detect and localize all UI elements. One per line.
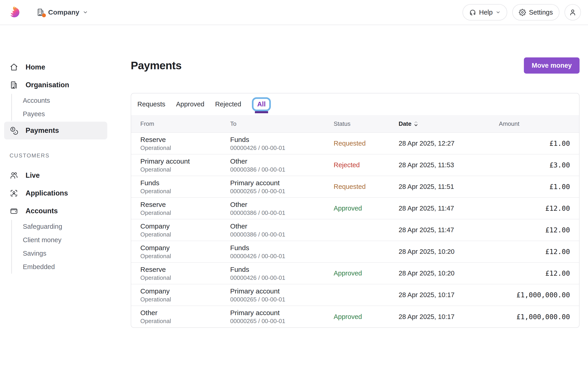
- payment-amount: £1.00: [549, 140, 570, 147]
- table-row[interactable]: CompanyOperational Other00000386 / 00-00…: [131, 219, 579, 241]
- from-account: Other: [140, 309, 230, 317]
- table-row[interactable]: CompanyOperational Primary account000002…: [131, 284, 579, 306]
- payment-date: 28 Apr 2025, 11:47: [399, 205, 454, 212]
- table-row[interactable]: OtherOperational Primary account00000265…: [131, 306, 579, 327]
- help-button[interactable]: Help: [463, 4, 508, 21]
- sub-item-label: Safeguarding: [23, 223, 62, 230]
- status-text: Approved: [334, 205, 362, 212]
- sidebar-item-embedded[interactable]: Embedded: [23, 260, 107, 274]
- payment-amount: £12.00: [545, 226, 570, 234]
- from-account-type: Operational: [140, 317, 230, 325]
- sidebar-item-payees[interactable]: Payees: [23, 107, 107, 121]
- two-people-icon: [10, 171, 18, 180]
- tab-all[interactable]: All: [252, 97, 271, 111]
- column-header-to: To: [230, 115, 334, 133]
- table-row[interactable]: ReserveOperational Other00000386 / 00-00…: [131, 197, 579, 219]
- to-account-number: 00000265 / 00-00-01: [230, 296, 334, 303]
- table-row[interactable]: Primary accountOperational Other00000386…: [131, 154, 579, 176]
- page-title: Payments: [131, 59, 182, 72]
- payments-tabs: Requests Approved Rejected All: [131, 93, 579, 115]
- settings-button[interactable]: Settings: [512, 4, 559, 21]
- column-header-from: From: [131, 115, 230, 133]
- tab-rejected[interactable]: Rejected: [215, 100, 241, 108]
- status-text: Requested: [334, 183, 365, 190]
- chevron-down-icon: [83, 10, 88, 15]
- tab-approved[interactable]: Approved: [176, 100, 204, 108]
- payment-amount: £12.00: [545, 248, 570, 256]
- griffin-logo-icon[interactable]: [8, 6, 21, 19]
- accounts-sub-list: Safeguarding Client money Savings Embedd…: [11, 220, 107, 274]
- account-menu-button[interactable]: [565, 4, 581, 21]
- column-header-date[interactable]: Date: [399, 115, 499, 133]
- to-account-number: 00000386 / 00-00-01: [230, 209, 334, 217]
- from-account-type: Operational: [140, 296, 230, 303]
- tab-requests[interactable]: Requests: [137, 100, 165, 108]
- payment-amount: £3.00: [549, 161, 570, 169]
- sidebar-item-safeguarding[interactable]: Safeguarding: [23, 220, 107, 233]
- customers-section-label: CUSTOMERS: [4, 152, 107, 159]
- payment-date: 28 Apr 2025, 12:27: [399, 140, 455, 147]
- to-account: Other: [230, 200, 334, 209]
- payment-date: 28 Apr 2025, 11:53: [399, 161, 454, 168]
- from-account-type: Operational: [140, 166, 230, 173]
- from-account: Reserve: [140, 135, 230, 144]
- sidebar-item-organisation[interactable]: Organisation: [4, 76, 107, 94]
- from-account: Company: [140, 287, 230, 295]
- table-row[interactable]: ReserveOperational Funds00000426 / 00-00…: [131, 262, 579, 284]
- table-row[interactable]: ReserveOperational Funds00000426 / 00-00…: [131, 133, 579, 154]
- sidebar-item-home[interactable]: Home: [4, 58, 107, 76]
- sidebar-item-client-money[interactable]: Client money: [23, 233, 107, 247]
- company-name: Company: [48, 8, 80, 16]
- column-header-amount: Amount: [499, 115, 579, 133]
- sub-item-label: Client money: [23, 236, 61, 244]
- to-account: Funds: [230, 244, 334, 252]
- to-account: Funds: [230, 135, 334, 144]
- payment-date: 28 Apr 2025, 11:51: [399, 183, 454, 190]
- payment-amount: £12.00: [545, 204, 570, 212]
- from-account-type: Operational: [140, 144, 230, 152]
- column-header-status: Status: [334, 115, 399, 133]
- sidebar-item-label: Live: [26, 171, 40, 180]
- from-account-type: Operational: [140, 231, 230, 238]
- from-account: Reserve: [140, 265, 230, 274]
- from-account-type: Operational: [140, 253, 230, 260]
- company-switcher[interactable]: Company: [36, 8, 88, 17]
- sidebar-item-applications[interactable]: Applications: [4, 184, 107, 202]
- from-account: Reserve: [140, 200, 230, 209]
- payments-table: From To Status Date: [131, 115, 579, 327]
- sidebar-item-org-accounts[interactable]: Accounts: [23, 94, 107, 107]
- payment-amount: £12.00: [545, 269, 570, 277]
- to-account-number: 00000426 / 00-00-01: [230, 274, 334, 282]
- table-row[interactable]: CompanyOperational Funds00000426 / 00-00…: [131, 241, 579, 262]
- payments-card: Requests Approved Rejected All From To S…: [131, 93, 580, 328]
- sidebar: Home Organisation Accounts Payees Paymen…: [0, 25, 116, 274]
- table-row[interactable]: FundsOperational Primary account00000265…: [131, 176, 579, 197]
- wallet-icon: [10, 207, 18, 215]
- sidebar-item-savings[interactable]: Savings: [23, 247, 107, 260]
- sub-item-label: Savings: [23, 250, 46, 257]
- sidebar-item-accounts[interactable]: Accounts: [4, 202, 107, 220]
- from-account-type: Operational: [140, 274, 230, 282]
- person-in-scan-frame-icon: [10, 189, 18, 197]
- headset-icon: [469, 9, 476, 16]
- payment-date: 28 Apr 2025, 10:20: [399, 248, 455, 255]
- sidebar-item-payments[interactable]: Payments: [4, 122, 107, 140]
- payment-date: 28 Apr 2025, 10:17: [399, 291, 455, 298]
- to-account-number: 00000265 / 00-00-01: [230, 188, 334, 195]
- from-account: Company: [140, 244, 230, 252]
- payment-date: 28 Apr 2025, 11:47: [399, 226, 454, 233]
- payment-amount: £1,000,000.00: [516, 291, 570, 299]
- from-account-type: Operational: [140, 188, 230, 195]
- to-account-number: 00000426 / 00-00-01: [230, 144, 334, 152]
- top-bar: Company Help Settings: [0, 0, 588, 25]
- sidebar-item-live[interactable]: Live: [4, 167, 107, 184]
- status-text: Rejected: [334, 161, 360, 168]
- to-account-number: 00000265 / 00-00-01: [230, 317, 334, 325]
- coins-icon: [10, 126, 18, 135]
- gear-icon: [519, 9, 526, 16]
- sort-chevrons-icon: [414, 121, 418, 127]
- move-money-button[interactable]: Move money: [524, 57, 580, 74]
- payment-amount: £1.00: [549, 183, 570, 191]
- building-icon: [10, 81, 18, 89]
- to-account: Primary account: [230, 309, 334, 317]
